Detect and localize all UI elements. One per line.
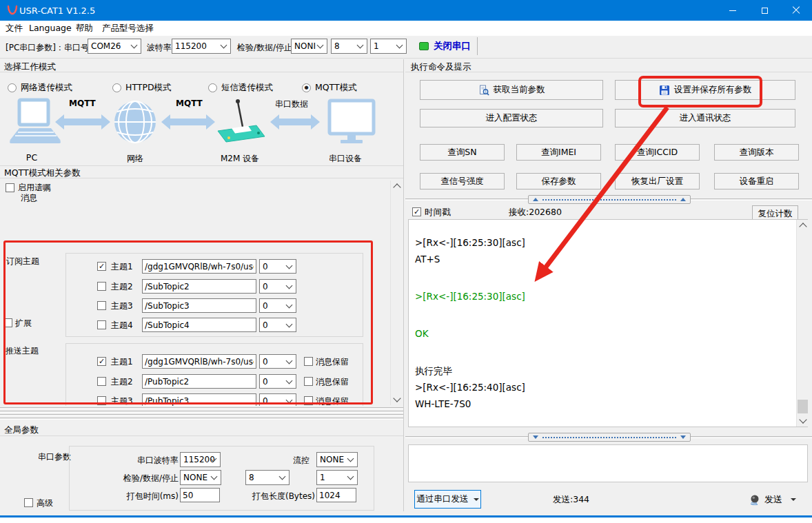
pub-topic2-qos-select[interactable]: 0 xyxy=(259,374,296,389)
menu-item-help[interactable]: 帮助 xyxy=(76,23,93,34)
will-message-checkbox[interactable] xyxy=(6,183,14,192)
chevron-down-icon xyxy=(393,394,400,402)
pub-topic1-checkbox[interactable]: ✓ xyxy=(97,357,106,366)
work-mode-underline xyxy=(0,72,403,72)
log-output-area[interactable]: >[Rx<-][16:25:30][asc] AT+S >[Rx<-][16:2… xyxy=(408,219,808,427)
menu-item-language[interactable]: Language xyxy=(29,23,72,33)
right-splitter-top[interactable] xyxy=(528,195,691,204)
factory-reset-button[interactable]: 恢复出厂设置 xyxy=(615,173,700,189)
get-current-params-button[interactable]: 获取当前参数 xyxy=(420,80,603,100)
scrollbar-thumb[interactable] xyxy=(798,400,808,413)
menu-item-product-model[interactable]: 产品型号选择 xyxy=(102,23,154,34)
sub-topic4-input[interactable] xyxy=(142,318,256,332)
minimize-button[interactable] xyxy=(717,0,749,21)
pub-topic1-input[interactable] xyxy=(142,354,256,369)
global-stop-bits-select[interactable]: 1 xyxy=(316,470,358,485)
pack-time-input[interactable] xyxy=(180,488,220,502)
node-label-pc: PC xyxy=(11,152,52,163)
sub-topic3-input[interactable] xyxy=(142,298,256,313)
sub-topic3-qos-select[interactable]: 0 xyxy=(259,298,296,313)
sub-topic4-qos-select[interactable]: 0 xyxy=(259,318,296,332)
extend-checkbox[interactable] xyxy=(3,318,12,327)
pub-topic2-checkbox[interactable] xyxy=(97,377,106,386)
pub-topic-row: 主题3 0 消息保留 xyxy=(66,393,363,406)
global-baud-select[interactable]: 115200 xyxy=(180,452,221,467)
sub-topic3-checkbox[interactable] xyxy=(97,301,106,310)
enter-comm-state-button[interactable]: 进入通讯状态 xyxy=(615,109,795,127)
close-button[interactable] xyxy=(780,0,812,21)
scroll-down-button[interactable] xyxy=(391,393,403,405)
sub-topic4-checkbox[interactable] xyxy=(97,320,106,329)
splitter-dots xyxy=(542,199,676,201)
desktop-strip xyxy=(0,517,812,523)
pub-topic2-input[interactable] xyxy=(142,374,256,389)
radio-sms-transparent-mode[interactable]: 短信透传模式 xyxy=(208,82,273,94)
pub-topic1-retain-checkbox[interactable] xyxy=(304,357,313,366)
search-doc-icon xyxy=(478,85,489,96)
pack-length-input[interactable] xyxy=(316,488,356,502)
sub-topic2-checkbox[interactable] xyxy=(97,282,106,291)
serial-device-monitor-icon xyxy=(329,101,374,143)
link-label-serial-data: 串口数据 xyxy=(275,99,308,110)
sub-topic2-input[interactable] xyxy=(142,279,256,294)
mqtt-params-scrollbar[interactable] xyxy=(390,181,403,405)
device-restart-button[interactable]: 设备重启 xyxy=(714,173,799,189)
toolbar-separator xyxy=(477,37,478,55)
query-version-button[interactable]: 查询版本 xyxy=(714,144,799,161)
sub-topic1-checkbox[interactable]: ✓ xyxy=(97,262,106,271)
sub-topic2-qos-select[interactable]: 0 xyxy=(259,279,296,294)
enter-config-state-button[interactable]: 进入配置状态 xyxy=(420,109,603,127)
left-splitter[interactable] xyxy=(0,407,403,420)
radio-net-transparent-mode[interactable]: 网络透传模式 xyxy=(8,82,72,94)
port-open-led-icon xyxy=(419,42,429,50)
save-params-button[interactable]: 保存参数 xyxy=(516,173,601,189)
subscribe-topic-fieldset: ✓ 主题1 0 主题2 0 主题3 0 主题4 0 xyxy=(65,253,363,337)
app-logo-icon xyxy=(6,6,19,15)
send-icon xyxy=(749,494,760,505)
radio-mqtt-mode[interactable]: ● MQTT模式 xyxy=(302,82,357,94)
toolbar-divider xyxy=(0,58,812,59)
scroll-down-button[interactable] xyxy=(797,415,809,427)
global-data-bits-select[interactable]: 8 xyxy=(245,470,290,485)
right-splitter-bottom[interactable] xyxy=(528,433,691,442)
chevron-down-icon xyxy=(799,416,806,423)
global-params-underline xyxy=(0,435,403,436)
close-port-button[interactable]: 关闭串口 xyxy=(419,39,471,54)
timestamp-label: 时间戳 xyxy=(425,207,451,218)
data-bits-select[interactable]: 8 xyxy=(331,39,367,54)
sub-topic1-input[interactable] xyxy=(142,259,256,274)
pub-topic3-retain-checkbox[interactable] xyxy=(304,396,313,405)
pub-topic2-retain-checkbox[interactable] xyxy=(304,377,313,386)
pub-topic3-checkbox[interactable] xyxy=(97,396,106,405)
query-imei-button[interactable]: 查询IMEI xyxy=(516,144,601,161)
stop-bits-select[interactable]: 1 xyxy=(370,39,407,54)
parity-select[interactable]: NONI xyxy=(291,39,327,54)
pub-topic3-input[interactable] xyxy=(142,393,256,406)
maximize-button[interactable] xyxy=(749,0,780,21)
query-sn-button[interactable]: 查询SN xyxy=(420,144,505,161)
pub-topic1-qos-select[interactable]: 0 xyxy=(259,354,296,369)
panel-divider xyxy=(403,59,404,511)
query-iccid-button[interactable]: 查询ICCID xyxy=(615,144,700,161)
scroll-up-button[interactable] xyxy=(391,181,403,192)
pub-topic3-qos-select[interactable]: 0 xyxy=(259,393,296,406)
set-save-all-params-button[interactable]: 设置并保存所有参数 xyxy=(615,80,795,100)
send-via-serial-button[interactable]: 通过串口发送 xyxy=(414,490,481,509)
flow-control-select[interactable]: NONE xyxy=(316,452,358,467)
global-parity-select[interactable]: NONE xyxy=(180,470,221,485)
timestamp-checkbox[interactable]: ✓ xyxy=(412,207,421,216)
send-input-area[interactable] xyxy=(408,444,808,482)
radio-httpd-mode[interactable]: HTTPD模式 xyxy=(112,82,172,94)
scroll-up-button[interactable] xyxy=(797,220,809,232)
advanced-checkbox[interactable] xyxy=(24,498,33,507)
com-port-select[interactable]: COM26 xyxy=(88,39,141,54)
sub-topic-row: 主题3 0 xyxy=(66,298,364,313)
send-button[interactable]: 发送 xyxy=(749,491,808,508)
query-signal-button[interactable]: 查信号强度 xyxy=(420,173,505,189)
pub-topic-row: 主题2 0 消息保留 xyxy=(66,374,363,389)
menu-item-file[interactable]: 文件 xyxy=(6,23,23,34)
log-scrollbar[interactable] xyxy=(796,220,809,427)
sub-topic1-qos-select[interactable]: 0 xyxy=(259,259,296,274)
baud-rate-select[interactable]: 115200 xyxy=(172,39,231,54)
serial-params-label: 串口参数 xyxy=(38,451,71,463)
